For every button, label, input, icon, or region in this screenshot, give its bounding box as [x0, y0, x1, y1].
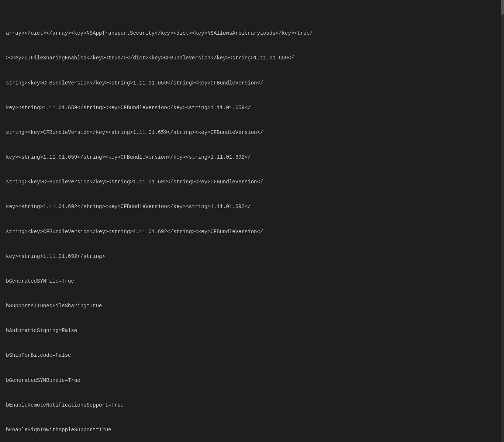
code-line: bAutomaticSigning=False — [6, 327, 498, 335]
code-line: string><key>CFBundleVersion</key><string… — [6, 228, 498, 236]
scrollbar-track[interactable] — [501, 0, 504, 442]
code-line: string><key>CFBundleVersion</key><string… — [6, 79, 498, 87]
scrollbar-thumb[interactable] — [501, 0, 504, 15]
code-line: key><string>1.11.01.692</string><key>CFB… — [6, 203, 498, 211]
code-line: array></dict></array><key>NSAppTransport… — [6, 29, 498, 37]
code-line: bGeneratedSYMBundle=True — [6, 376, 498, 384]
code-line: bGeneratedSYMFile=True — [6, 277, 498, 285]
code-line: bShipForBitcode=False — [6, 351, 498, 359]
code-line: key><string>1.11.01.659</string><key>CFB… — [6, 104, 498, 112]
code-line: key><string>1.11.01.659</string><key>CFB… — [6, 153, 498, 161]
code-line: bEnableRemoteNotificationsSupport=True — [6, 401, 498, 409]
code-line: string><key>CFBundleVersion</key><string… — [6, 128, 498, 137]
code-line: key><string>1.11.01.692</string> — [6, 252, 498, 260]
code-line: ><key>UIFileSharingEnabled</key><true/><… — [6, 54, 498, 62]
code-line: bEnableSignInWithAppleSupport=True — [6, 426, 498, 434]
code-line: string><key>CFBundleVersion</key><string… — [6, 178, 498, 186]
code-line: bSupportsITunesFileSharing=True — [6, 302, 498, 310]
code-editor: array></dict></array><key>NSAppTransport… — [0, 0, 504, 442]
